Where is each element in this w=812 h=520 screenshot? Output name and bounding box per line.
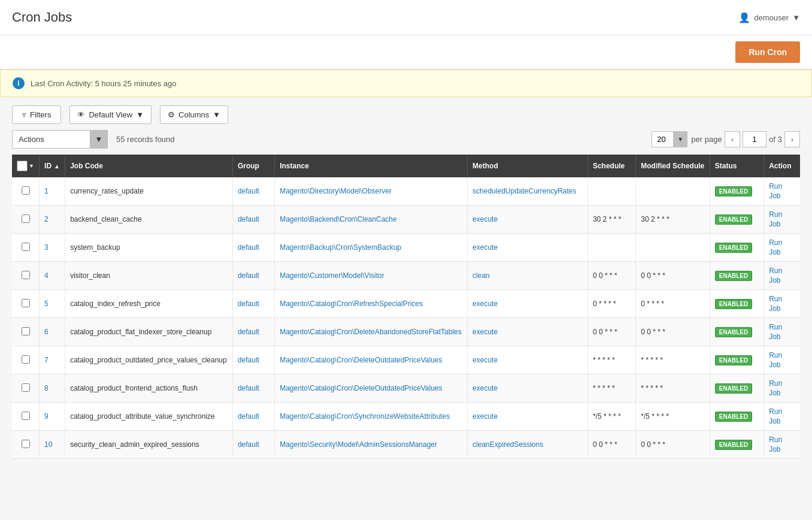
row-instance-link[interactable]: Magento\Catalog\Cron\DeleteAbandonedStor… xyxy=(280,328,462,336)
row-checkbox-cell[interactable] xyxy=(12,318,40,346)
th-job-code[interactable]: Job Code xyxy=(65,155,233,177)
row-run-link[interactable]: Run xyxy=(769,295,795,303)
row-job-link[interactable]: Job xyxy=(769,192,795,200)
row-job-link[interactable]: Job xyxy=(769,276,795,285)
row-checkbox[interactable] xyxy=(22,412,30,420)
row-method-link[interactable]: scheduledUpdateCurrencyRates xyxy=(472,187,576,195)
row-method-link[interactable]: execute xyxy=(472,215,498,223)
per-page-select[interactable]: 20 50 100 xyxy=(652,131,687,147)
row-run-link[interactable]: Run xyxy=(769,182,795,191)
row-method-link[interactable]: execute xyxy=(472,328,498,336)
row-checkbox-cell[interactable] xyxy=(12,431,40,459)
row-checkbox[interactable] xyxy=(22,299,30,307)
row-job-link[interactable]: Job xyxy=(769,389,795,397)
row-instance-link[interactable]: Magento\Catalog\Cron\SynchronizeWebsiteA… xyxy=(280,412,450,421)
filters-button[interactable]: ▿ Filters xyxy=(12,105,61,124)
row-group-link[interactable]: default xyxy=(238,187,259,195)
row-group-link[interactable]: default xyxy=(238,440,259,449)
row-run-link[interactable]: Run xyxy=(769,436,795,444)
row-id-link[interactable]: 3 xyxy=(44,243,49,252)
row-checkbox[interactable] xyxy=(22,214,30,223)
row-job-link[interactable]: Job xyxy=(769,417,795,425)
row-group-link[interactable]: default xyxy=(238,215,259,223)
row-checkbox[interactable] xyxy=(22,271,30,279)
row-run-link[interactable]: Run xyxy=(769,407,795,416)
user-menu[interactable]: 👤 demouser ▼ xyxy=(738,12,800,23)
row-id-link[interactable]: 6 xyxy=(44,328,49,336)
row-checkbox-cell[interactable] xyxy=(12,403,40,431)
row-run-link[interactable]: Run xyxy=(769,238,795,247)
row-method-link[interactable]: clean xyxy=(472,271,490,280)
row-instance-link[interactable]: Magento\Customer\Model\Visitor xyxy=(280,271,384,280)
row-checkbox[interactable] xyxy=(22,355,30,364)
prev-page-button[interactable]: ‹ xyxy=(725,131,740,147)
row-method-link[interactable]: cleanExpiredSessions xyxy=(472,440,543,449)
row-id-link[interactable]: 5 xyxy=(44,300,49,308)
row-job-link[interactable]: Job xyxy=(769,445,795,454)
row-checkbox[interactable] xyxy=(22,243,30,251)
row-checkbox-cell[interactable] xyxy=(12,374,40,403)
row-id-link[interactable]: 8 xyxy=(44,384,49,392)
row-job-link[interactable]: Job xyxy=(769,248,795,256)
row-run-link[interactable]: Run xyxy=(769,267,795,275)
row-checkbox-cell[interactable] xyxy=(12,177,40,205)
columns-button[interactable]: ⚙ Columns ▼ xyxy=(160,105,228,124)
row-job-link[interactable]: Job xyxy=(769,220,795,228)
row-run-link[interactable]: Run xyxy=(769,323,795,331)
default-view-button[interactable]: 👁 Default View ▼ xyxy=(69,105,152,124)
row-instance-link[interactable]: Magento\Security\Model\AdminSessionsMana… xyxy=(280,440,437,449)
row-checkbox-cell[interactable] xyxy=(12,346,40,374)
row-id-link[interactable]: 10 xyxy=(44,440,52,449)
row-group-link[interactable]: default xyxy=(238,300,259,308)
row-run-link[interactable]: Run xyxy=(769,379,795,388)
row-instance-link[interactable]: Magento\Backend\Cron\CleanCache xyxy=(280,215,396,223)
row-method-link[interactable]: execute xyxy=(472,412,498,421)
row-method-link[interactable]: execute xyxy=(472,384,498,392)
th-modified-schedule[interactable]: Modified Schedule xyxy=(636,155,710,177)
row-group-link[interactable]: default xyxy=(238,243,259,252)
th-schedule[interactable]: Schedule xyxy=(587,155,635,177)
row-checkbox[interactable] xyxy=(22,186,30,195)
row-method-link[interactable]: execute xyxy=(472,356,498,364)
row-id-link[interactable]: 9 xyxy=(44,412,49,421)
select-header-dropdown[interactable]: ▼ xyxy=(29,163,34,169)
row-checkbox[interactable] xyxy=(22,383,30,392)
row-job-link[interactable]: Job xyxy=(769,304,795,313)
row-method-link[interactable]: execute xyxy=(472,243,498,252)
row-checkbox-cell[interactable] xyxy=(12,262,40,290)
row-id-link[interactable]: 1 xyxy=(44,187,49,195)
next-page-button[interactable]: › xyxy=(784,131,800,147)
row-checkbox-cell[interactable] xyxy=(12,290,40,318)
row-instance-link[interactable]: Magento\Backup\Cron\SystemBackup xyxy=(280,243,401,252)
th-status[interactable]: Status xyxy=(710,155,763,177)
page-number-input[interactable] xyxy=(743,131,766,147)
select-all-checkbox[interactable] xyxy=(17,161,28,171)
th-method[interactable]: Method xyxy=(468,155,588,177)
th-instance[interactable]: Instance xyxy=(275,155,468,177)
row-checkbox[interactable] xyxy=(22,440,30,448)
row-run-link[interactable]: Run xyxy=(769,210,795,219)
th-group[interactable]: Group xyxy=(232,155,274,177)
row-group-link[interactable]: default xyxy=(238,412,259,421)
select-all-header[interactable]: ▼ xyxy=(12,155,40,177)
row-checkbox-cell[interactable] xyxy=(12,234,40,262)
row-group-link[interactable]: default xyxy=(238,271,259,280)
row-instance-link[interactable]: Magento\Catalog\Cron\DeleteOutdatedPrice… xyxy=(280,356,442,364)
row-method-link[interactable]: execute xyxy=(472,300,498,308)
row-job-link[interactable]: Job xyxy=(769,332,795,341)
row-group-link[interactable]: default xyxy=(238,384,259,392)
row-checkbox[interactable] xyxy=(22,327,30,335)
actions-select[interactable]: Actions xyxy=(12,130,108,149)
row-id-link[interactable]: 7 xyxy=(44,356,49,364)
row-group-link[interactable]: default xyxy=(238,328,259,336)
actions-dropdown-wrapper[interactable]: Actions ▼ xyxy=(12,130,108,149)
row-instance-link[interactable]: Magento\Catalog\Cron\DeleteOutdatedPrice… xyxy=(280,384,442,392)
row-checkbox-cell[interactable] xyxy=(12,205,40,234)
per-page-select-wrapper[interactable]: 20 50 100 ▼ xyxy=(652,131,687,147)
row-job-link[interactable]: Job xyxy=(769,361,795,369)
run-cron-button[interactable]: Run Cron xyxy=(735,41,800,63)
row-id-link[interactable]: 4 xyxy=(44,271,49,280)
row-instance-link[interactable]: Magento\Catalog\Cron\RefreshSpecialPrice… xyxy=(280,300,423,308)
row-run-link[interactable]: Run xyxy=(769,351,795,359)
row-group-link[interactable]: default xyxy=(238,356,259,364)
